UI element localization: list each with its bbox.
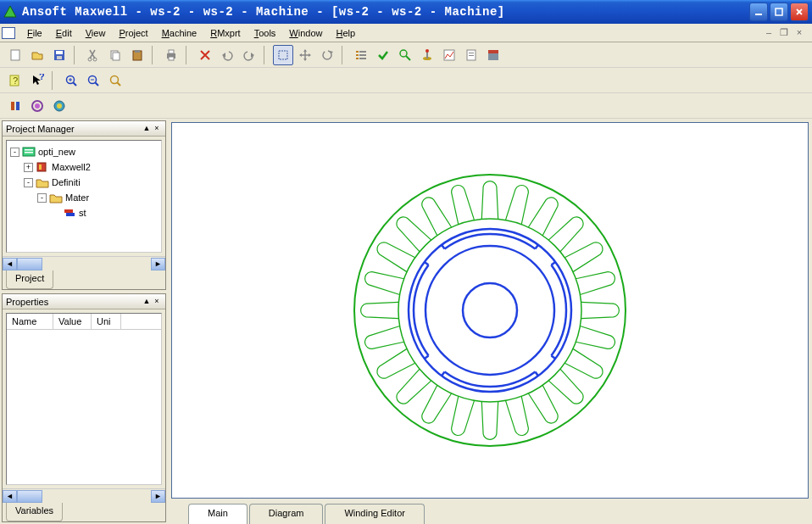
project-tree[interactable]: -opti_new+Maxwell2-Definiti-Materst [6, 140, 162, 253]
undo-button[interactable] [217, 45, 237, 65]
svg-point-63 [409, 229, 571, 392]
col-unit[interactable]: Uni [92, 314, 121, 329]
tree-node[interactable]: -Mater [8, 190, 159, 205]
scroll-left-arrow[interactable]: ◄ [3, 490, 17, 503]
pin-icon[interactable]: ▲ [142, 124, 152, 134]
delete-button[interactable] [195, 45, 215, 65]
svg-rect-48 [16, 102, 19, 110]
mdi-window-controls: – ❐ × [763, 27, 810, 38]
redo-button[interactable] [239, 45, 259, 65]
tree-hscrollbar[interactable]: ◄ ► [3, 256, 165, 270]
open-button[interactable] [27, 45, 47, 65]
copy-button[interactable] [105, 45, 125, 65]
print-button[interactable] [161, 45, 181, 65]
col-name[interactable]: Name [7, 314, 53, 329]
paste-button[interactable] [127, 45, 147, 65]
zoom-in-button[interactable] [61, 70, 81, 91]
menu-file[interactable]: File [20, 26, 49, 40]
svg-point-61 [354, 175, 626, 446]
mdi-restore[interactable]: ❐ [778, 27, 790, 38]
tree-node[interactable]: +Maxwell2 [8, 159, 159, 175]
window-buttons [749, 3, 809, 21]
menu-project[interactable]: Project [112, 26, 154, 40]
tree-label: Definiti [52, 177, 81, 187]
scroll-right-arrow[interactable]: ► [151, 490, 165, 503]
svg-point-46 [111, 75, 119, 83]
svg-text:?: ? [39, 74, 44, 81]
analyze-button[interactable] [395, 45, 415, 65]
col-value[interactable]: Value [53, 314, 92, 329]
svg-rect-39 [488, 50, 498, 53]
save-button[interactable] [49, 45, 70, 65]
winding-button[interactable] [27, 96, 47, 116]
tab-main[interactable]: Main [188, 504, 247, 524]
machine-view-button[interactable] [49, 96, 70, 116]
scroll-thumb[interactable] [17, 490, 42, 503]
optimetrics-button[interactable] [417, 45, 437, 65]
project-icon [22, 146, 36, 158]
scroll-right-arrow[interactable]: ► [151, 258, 165, 270]
svg-line-66 [535, 371, 538, 376]
svg-rect-60 [66, 213, 75, 216]
svg-marker-0 [4, 6, 16, 17]
cut-button[interactable] [83, 45, 103, 65]
panel-close-icon[interactable]: × [152, 297, 162, 307]
mdi-close[interactable]: × [793, 27, 805, 38]
menu-window[interactable]: Window [282, 26, 329, 40]
select-button[interactable] [273, 45, 293, 65]
results-button[interactable] [439, 45, 459, 65]
tab-diagram[interactable]: Diagram [249, 504, 324, 524]
tree-node[interactable]: -opti_new [8, 144, 159, 159]
pan-button[interactable] [295, 45, 315, 65]
field-button[interactable] [483, 45, 503, 65]
svg-rect-27 [356, 58, 359, 59]
mdi-document-icon[interactable] [2, 27, 15, 39]
svg-rect-15 [169, 57, 174, 60]
mat-icon [63, 207, 76, 219]
slot-editor-button[interactable] [5, 96, 25, 116]
svg-line-65 [551, 355, 555, 359]
whatsthis-button[interactable]: ? [5, 70, 25, 91]
properties-title[interactable]: Properties ▲ × [3, 294, 165, 309]
expander-icon[interactable]: - [37, 193, 47, 203]
minimize-button[interactable] [749, 3, 768, 21]
menu-help[interactable]: Help [330, 26, 363, 40]
props-hscrollbar[interactable]: ◄ ► [3, 488, 165, 503]
zoom-out-button[interactable] [83, 70, 103, 91]
help-pointer-button[interactable]: ? [27, 70, 47, 91]
new-button[interactable] [5, 45, 25, 65]
scroll-left-arrow[interactable]: ◄ [3, 258, 17, 270]
maximize-button[interactable] [770, 3, 788, 21]
machine-diagram [337, 158, 642, 463]
tree-node[interactable]: -Definiti [8, 175, 159, 190]
scroll-thumb[interactable] [17, 258, 42, 270]
expander-icon[interactable]: + [24, 163, 33, 172]
expander-icon[interactable]: - [10, 148, 19, 157]
report-button[interactable] [461, 45, 481, 65]
project-tab[interactable]: Project [6, 270, 53, 289]
mdi-minimize[interactable]: – [763, 27, 775, 38]
properties-grid[interactable]: Name Value Uni [6, 313, 162, 485]
project-manager-title[interactable]: Project Manager ▲ × [3, 121, 165, 137]
pin-icon[interactable]: ▲ [142, 297, 152, 307]
menu-edit[interactable]: Edit [49, 26, 79, 40]
menu-tools[interactable]: Tools [247, 26, 283, 40]
menu-machine[interactable]: Machine [155, 26, 204, 40]
panel-close-icon[interactable]: × [152, 124, 162, 134]
menu-view[interactable]: View [79, 26, 113, 40]
menu-rmxprt[interactable]: RMxprt [203, 26, 247, 40]
svg-point-72 [425, 246, 554, 375]
canvas-area: Main Diagram Winding Editor [168, 119, 812, 524]
list-button[interactable] [351, 45, 371, 65]
zoom-fit-button[interactable] [105, 70, 125, 91]
variables-tab[interactable]: Variables [6, 503, 63, 521]
validate-button[interactable] [373, 45, 393, 65]
svg-rect-37 [469, 55, 474, 56]
close-button[interactable] [790, 3, 809, 21]
design-canvas[interactable] [171, 122, 809, 499]
folder-icon [36, 176, 49, 188]
expander-icon[interactable]: - [24, 178, 33, 187]
rotate-button[interactable] [317, 45, 337, 65]
tree-node[interactable]: st [8, 205, 159, 220]
tab-winding-editor[interactable]: Winding Editor [325, 504, 425, 524]
